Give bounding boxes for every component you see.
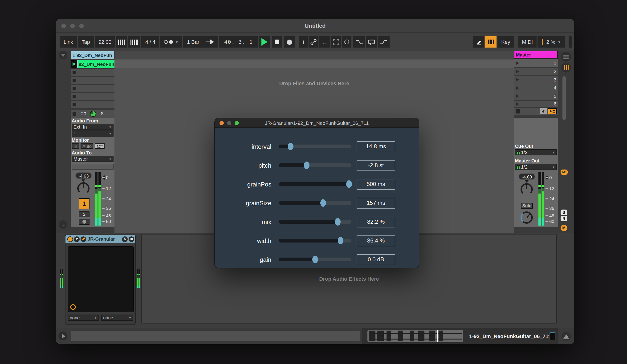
track-activator-button[interactable]: 1 <box>79 198 90 209</box>
master-solo-button[interactable]: Solo <box>521 203 533 209</box>
scene-launch-icon[interactable] <box>516 78 519 82</box>
scene-launch-icon[interactable] <box>516 86 519 90</box>
jr-granular-device[interactable]: JR-Granular ↻ none▼ none▼ <box>65 234 136 325</box>
back-to-arrangement-session-button[interactable] <box>548 108 557 114</box>
master-track-title[interactable]: Master <box>514 51 558 59</box>
param-value[interactable]: 14.8 ms <box>357 141 395 152</box>
param-value[interactable]: 86.4 % <box>357 235 395 246</box>
scene-launch-icon[interactable] <box>516 70 519 73</box>
device-xy-pad[interactable] <box>68 246 134 312</box>
time-signature-field[interactable]: 4 / 4 <box>142 36 159 47</box>
scene-launch-icon[interactable] <box>516 61 519 65</box>
punch-in-button[interactable] <box>353 36 365 47</box>
computer-midi-keyboard-button[interactable] <box>485 36 497 47</box>
io-show-hide-button[interactable] <box>59 51 67 59</box>
save-preset-button[interactable] <box>129 236 134 242</box>
stop-all-clips-icon[interactable] <box>516 109 520 113</box>
preview-play-button[interactable] <box>58 331 67 340</box>
capture-midi-button[interactable] <box>309 36 318 47</box>
slider-handle[interactable] <box>288 143 293 150</box>
track-solo-button[interactable]: S <box>79 211 90 217</box>
close-window-button[interactable] <box>61 24 66 28</box>
param-value[interactable]: 500 ms <box>357 179 395 189</box>
clip-launch-button[interactable] <box>71 60 78 68</box>
loop-button[interactable] <box>366 36 377 47</box>
interval-slider[interactable] <box>279 144 351 148</box>
scene-row[interactable]: 2 <box>514 68 558 75</box>
metronome-button[interactable]: ▼ <box>160 36 182 47</box>
xy-param-y-select[interactable]: none▼ <box>101 315 133 321</box>
overdub-button[interactable] <box>342 36 351 47</box>
clip-slot-playing[interactable]: 92_Dm_NeoFun <box>71 60 114 68</box>
back-to-arrangement-button[interactable]: ← <box>319 36 330 47</box>
clip-slot-empty[interactable] <box>71 85 114 92</box>
midi-map-button[interactable]: MIDI <box>518 36 536 47</box>
show-sends-button[interactable]: S <box>561 210 567 215</box>
clip-slot-empty[interactable] <box>71 93 114 100</box>
arrangement-position-field[interactable]: 40. 3. 1 <box>219 36 258 47</box>
monitor-off-button[interactable]: Off <box>95 143 104 149</box>
device-activator-button[interactable] <box>67 236 73 242</box>
cue-volume-knob[interactable] <box>521 211 533 224</box>
slider-handle[interactable] <box>312 256 318 263</box>
xy-param-x-select[interactable]: none▼ <box>68 315 99 321</box>
tempo-field[interactable]: 92.00 <box>95 36 115 47</box>
show-mixer-button[interactable]: M <box>561 225 567 231</box>
scene-row[interactable]: 5 <box>514 92 558 100</box>
stop-button[interactable] <box>272 36 282 47</box>
new-midi-track-button[interactable]: + <box>299 36 308 47</box>
grainsize-slider[interactable] <box>279 201 351 205</box>
tap-tempo-button[interactable]: Tap <box>78 36 94 47</box>
record-button[interactable] <box>284 36 295 47</box>
crossfader-show-hide-button[interactable]: ≈ <box>59 220 67 229</box>
play-button[interactable] <box>259 36 270 47</box>
scene-row[interactable]: 1 <box>514 59 558 67</box>
plugin-titlebar[interactable]: JR-Granular/1-92_Dm_NeoFunkGuitar_06_711 <box>215 118 419 128</box>
link-button[interactable]: Link <box>60 36 77 47</box>
slider-handle[interactable] <box>304 162 309 169</box>
key-map-button[interactable]: Key <box>497 36 514 47</box>
param-value[interactable]: -2.8 st <box>357 160 395 171</box>
slider-handle[interactable] <box>338 237 343 244</box>
input-channel-select[interactable]: 1▼ <box>72 131 113 136</box>
punch-out-button[interactable] <box>378 36 390 47</box>
track-volume-value[interactable]: -4.63 <box>75 172 92 179</box>
plugin-minimize-button[interactable] <box>227 121 231 125</box>
follow-button[interactable] <box>202 36 218 47</box>
clip-slot-empty[interactable] <box>71 69 114 76</box>
pitch-slider[interactable] <box>279 163 351 167</box>
show-io-button[interactable]: I-O <box>561 170 568 175</box>
scene-launch-icon[interactable] <box>516 94 519 98</box>
scene-row[interactable]: 6 <box>514 100 558 107</box>
arrangement-view-toggle[interactable] <box>561 52 571 62</box>
nudge-down-button[interactable] <box>116 36 127 47</box>
monitor-auto-button[interactable]: Auto <box>81 143 94 149</box>
master-out-select[interactable]: 1/2▼ <box>515 164 557 170</box>
scene-row[interactable]: 4 <box>514 84 558 92</box>
slider-handle[interactable] <box>320 199 326 207</box>
master-pan-knob[interactable] <box>521 183 533 195</box>
track-title[interactable]: 1 92_Dm_NeoFun <box>71 51 114 59</box>
xy-pad-handle[interactable] <box>70 304 76 310</box>
plugin-close-button[interactable] <box>219 121 224 125</box>
param-value[interactable]: 157 ms <box>357 197 395 208</box>
track-pan-knob[interactable] <box>77 182 90 194</box>
scene-launch-icon[interactable] <box>516 102 519 106</box>
show-hide-browser-button[interactable] <box>562 331 571 341</box>
track-arm-button[interactable] <box>79 219 90 225</box>
nudge-up-button[interactable] <box>128 36 141 47</box>
master-volume-value[interactable]: -4.63 <box>519 173 535 180</box>
show-returns-button[interactable]: R <box>561 216 567 221</box>
hot-swap-button[interactable]: ↻ <box>122 236 128 242</box>
audio-from-select[interactable]: Ext. In▼ <box>72 124 113 130</box>
sample-waveform[interactable] <box>367 330 463 342</box>
grainpos-slider[interactable] <box>279 182 351 186</box>
param-value[interactable]: 0.0 dB <box>357 254 395 265</box>
slider-handle[interactable] <box>335 218 340 226</box>
session-view-toggle[interactable] <box>561 63 571 73</box>
slider-handle[interactable] <box>347 180 352 188</box>
mix-slider[interactable] <box>279 220 351 224</box>
plugin-window[interactable]: JR-Granular/1-92_Dm_NeoFunkGuitar_06_711… <box>214 118 419 269</box>
monitor-in-button[interactable]: In <box>72 143 79 149</box>
clip-slot-empty[interactable] <box>71 101 114 108</box>
